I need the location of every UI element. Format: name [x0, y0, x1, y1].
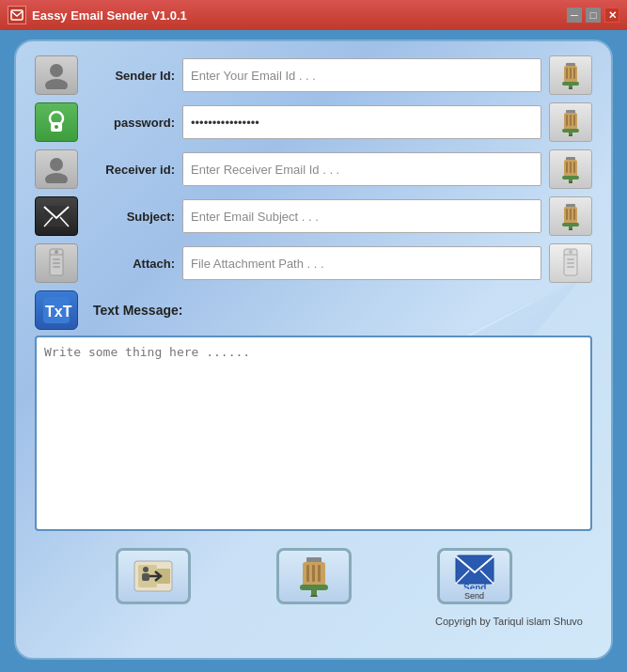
clear-all-button[interactable]: [276, 548, 352, 604]
password-label: password:: [86, 116, 175, 130]
sender-clear-button[interactable]: [549, 55, 592, 95]
receiver-icon: [35, 149, 78, 189]
attach-icon: [35, 243, 78, 283]
svg-text:Send: Send: [463, 583, 486, 589]
text-message-icon: TxT: [35, 290, 78, 330]
attach-input[interactable]: [182, 246, 541, 280]
svg-rect-49: [53, 258, 60, 260]
window-controls: ─ □ ✕: [567, 8, 619, 23]
main-container: Sender Id:: [14, 39, 613, 660]
minimize-button[interactable]: ─: [567, 8, 582, 23]
svg-rect-0: [11, 10, 23, 20]
svg-rect-43: [573, 209, 575, 220]
svg-text:TxT: TxT: [45, 304, 72, 320]
app-title: Eassy Email Sender V1.0.1: [32, 8, 187, 23]
svg-rect-69: [306, 565, 309, 582]
svg-rect-75: [456, 555, 494, 584]
attach-row: Attach:: [35, 243, 592, 283]
svg-rect-42: [570, 209, 572, 220]
svg-rect-22: [573, 115, 575, 126]
svg-point-26: [50, 158, 63, 171]
close-button[interactable]: ✕: [604, 8, 619, 23]
svg-rect-71: [318, 565, 321, 582]
svg-rect-70: [312, 565, 315, 582]
svg-point-27: [45, 173, 68, 183]
svg-rect-57: [567, 266, 574, 268]
svg-rect-21: [570, 115, 572, 126]
browse-button[interactable]: [549, 243, 592, 283]
svg-rect-50: [53, 262, 60, 264]
svg-rect-20: [566, 115, 568, 126]
copyright: Copyrigh by Tariqul islam Shuvo: [35, 616, 592, 627]
svg-rect-55: [567, 258, 574, 260]
svg-rect-9: [566, 68, 568, 79]
send-label: Send: [464, 591, 484, 601]
svg-point-52: [55, 250, 58, 254]
sender-label: Sender Id:: [86, 69, 175, 83]
receiver-row: Receiver id:: [35, 149, 592, 189]
svg-point-6: [45, 79, 68, 89]
receiver-clear-button[interactable]: [549, 149, 592, 189]
exit-button[interactable]: [116, 548, 191, 604]
form-area: Sender Id:: [35, 55, 592, 627]
svg-rect-31: [570, 162, 572, 173]
svg-rect-41: [566, 209, 568, 220]
svg-rect-11: [573, 68, 575, 79]
message-textarea-container: [35, 336, 592, 531]
text-message-row: TxT Text Message:: [35, 290, 592, 330]
svg-point-58: [569, 250, 572, 254]
app-icon: [8, 6, 26, 24]
svg-rect-56: [567, 262, 574, 264]
maximize-button[interactable]: □: [586, 8, 601, 23]
svg-rect-32: [573, 162, 575, 173]
svg-point-5: [50, 64, 63, 77]
send-button[interactable]: Send Send: [437, 548, 512, 604]
subject-row: Subject:: [35, 196, 592, 236]
svg-point-17: [55, 125, 58, 129]
password-row: password:: [35, 102, 592, 142]
svg-rect-66: [142, 573, 149, 581]
password-clear-button[interactable]: [549, 102, 592, 142]
sender-input[interactable]: [182, 58, 541, 92]
subject-input[interactable]: [182, 199, 541, 233]
message-textarea[interactable]: [37, 337, 590, 525]
title-bar: Eassy Email Sender V1.0.1 ─ □ ✕: [0, 0, 627, 30]
sender-row: Sender Id:: [35, 55, 592, 95]
receiver-label: Receiver id:: [86, 163, 175, 177]
subject-clear-button[interactable]: [549, 196, 592, 236]
footer-bar: Send Send: [35, 539, 592, 614]
subject-icon: [35, 196, 78, 236]
svg-rect-51: [53, 266, 60, 268]
text-message-label: Text Message:: [93, 303, 182, 318]
password-input[interactable]: [182, 105, 541, 139]
attach-label: Attach:: [86, 257, 175, 271]
receiver-input[interactable]: [182, 152, 541, 186]
svg-point-65: [143, 567, 149, 572]
password-icon: [35, 102, 78, 142]
sender-icon: [35, 55, 78, 95]
svg-rect-10: [570, 68, 572, 79]
svg-rect-30: [566, 162, 568, 173]
subject-label: Subject:: [86, 210, 175, 224]
